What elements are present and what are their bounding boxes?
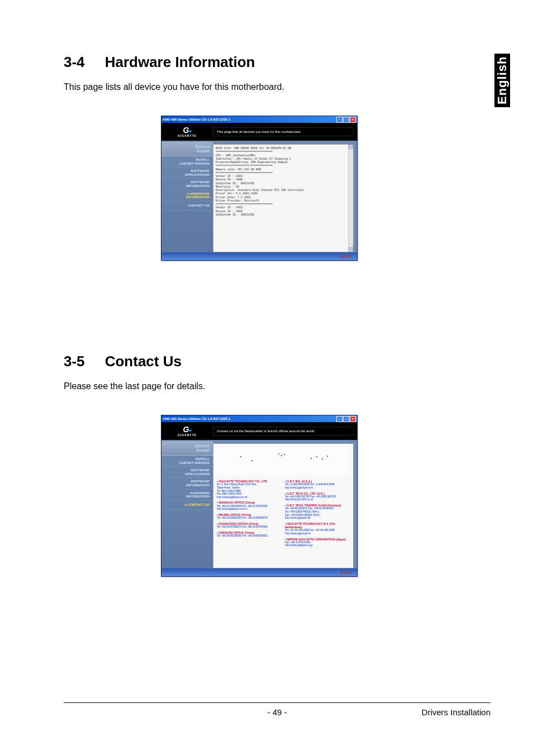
brand-logo: G▾ GIGABYTE <box>161 126 213 137</box>
window-footer: EXIT <box>161 252 357 260</box>
section-contact-us: 3-5 Contact Us Please see the last page … <box>64 353 455 577</box>
brand-text: GIGABYTE <box>178 433 197 437</box>
xpress-line2: Install <box>197 448 210 452</box>
contact-name: • GIGA-BYTE TECHNOLOGY B.V. (The Netherl… <box>285 522 350 529</box>
banner-bar: G▾ GIGABYTE Contact us via the headquart… <box>161 422 357 440</box>
page-footer: - 49 - Drivers Installation <box>64 707 491 717</box>
scrollbar[interactable]: ▴ ▾ <box>348 145 353 252</box>
section-title: Contact Us <box>105 353 182 370</box>
section-number: 3-4 <box>64 54 85 70</box>
sidebar-item-install-chipset-drivers[interactable]: INSTALL CHIPSET DRIVERS <box>161 456 213 467</box>
section-heading-3-5: 3-5 Contact Us <box>64 353 455 370</box>
xpress-line2: Install <box>197 149 210 153</box>
maximize-icon[interactable]: □ <box>343 416 349 422</box>
sidebar-item-software-information[interactable]: SOFTWARE INFORMATION <box>161 478 213 489</box>
sidebar-item-xpress-install[interactable]: Xpress Install <box>161 142 213 156</box>
sidebar-item-software-information[interactable]: SOFTWARE INFORMATION <box>161 179 213 190</box>
banner-message: Contact us via the headquarter or branch… <box>213 427 354 436</box>
logo-g-icon: G▾ <box>183 425 192 433</box>
sidebar-item-contact-us[interactable]: ▸ CONTACT US <box>161 501 213 510</box>
contact-line: http://www.giga-byte.nl <box>285 532 350 535</box>
window-body: Xpress Install INSTALL CHIPSET DRIVERS S… <box>161 141 357 252</box>
contact-content: • GIGA-BYTE TECHNOLOGY CO., LTD.No. 6, B… <box>213 443 354 568</box>
contact-line: http://www.giga-byte.com <box>285 486 350 490</box>
contact-entry: • GIGA-BYTE TECHNOLOGY B.V. (The Netherl… <box>285 522 350 535</box>
window-title: AMD 690 Series Utilities CD 1.0 B07.0202… <box>163 417 230 420</box>
sidebar-item-contact-us[interactable]: CONTACT US <box>161 202 213 210</box>
language-tab: English <box>494 54 510 107</box>
scroll-up-icon[interactable]: ▴ <box>349 145 353 149</box>
sidebar-item-software-applications[interactable]: SOFTWARE APPLICATIONS <box>161 168 213 179</box>
close-icon[interactable]: × <box>350 416 356 422</box>
contact-line: http://www.gigabyte.com.cn <box>217 508 282 511</box>
sidebar-item-hardware-information[interactable]: HARDWARE INFORMATION <box>161 490 213 501</box>
section2-body: Please see the last page for details. <box>64 381 455 391</box>
brand-text: GIGABYTE <box>178 134 197 137</box>
contact-line: http://www.gigabyte.com.tw <box>217 496 282 499</box>
contact-line: Tel: +86-28-85236930 Fax: +86-28-8525682… <box>217 534 282 538</box>
contact-entry: • SHANGHAI OFFICE (China)Tel: +86-21-634… <box>217 501 282 511</box>
contact-name: • NIPPON GIGA-BYTE CORPORATION (Japan) <box>285 538 350 541</box>
world-map <box>213 444 349 475</box>
contact-entry: • G.B.T. TECH. TRADING GmbH (Germany)Tel… <box>285 504 350 520</box>
scroll-down-icon[interactable]: ▾ <box>349 247 353 252</box>
sidebar-item-install-chipset-drivers[interactable]: INSTALL CHIPSET DRIVERS <box>161 156 213 168</box>
page-number: - 49 - <box>64 707 491 717</box>
footer-divider <box>64 702 491 703</box>
maximize-icon[interactable]: □ <box>343 117 349 123</box>
section-hardware-information: 3-4 Hardware Information This page lists… <box>64 54 455 261</box>
contact-line: Tel: +86-10-82856054 Fax: +86-10-8285657… <box>217 516 282 520</box>
contact-entry: • G.B.T. INC. (U.S.A.)Tel: +1-626-854-93… <box>285 480 350 490</box>
contact-entry: • CHENGDU OFFICE (China)Tel: +86-28-8523… <box>217 531 282 538</box>
window-title: AMD 690 Series Utilities CD 1.0 B07.0202… <box>163 118 230 121</box>
contact-line: http://www.gbt-tech.co.uk <box>285 498 350 501</box>
window-titlebar[interactable]: AMD 690 Series Utilities CD 1.0 B07.0202… <box>161 415 357 422</box>
brand-logo: G▾ GIGABYTE <box>161 425 213 437</box>
sidebar-item-software-applications[interactable]: SOFTWARE APPLICATIONS <box>161 467 213 478</box>
section1-body: This page lists all device you have for … <box>64 82 455 92</box>
window-titlebar[interactable]: AMD 690 Series Utilities CD 1.0 B07.0202… <box>161 116 357 123</box>
hardware-info-content: ▴ ▾ BIOS Info: AMD RS690 BIOS for GA-MA6… <box>213 144 354 252</box>
contact-entry: • GIGA-BYTE TECHNOLOGY CO., LTD.No. 6, B… <box>217 480 282 499</box>
logo-g-icon: G▾ <box>183 126 192 134</box>
window-footer: EXIT <box>161 568 357 576</box>
sidebar-item-hardware-information[interactable]: ▸ HARDWARE INFORMATION <box>161 190 213 202</box>
sidebar-nav: Xpress Install INSTALL CHIPSET DRIVERS S… <box>161 440 213 568</box>
exit-button[interactable]: EXIT <box>340 254 353 259</box>
minimize-icon[interactable]: – <box>336 416 342 422</box>
banner-message: This page lists all devices you have for… <box>213 127 354 136</box>
window-body: Xpress Install INSTALL CHIPSET DRIVERS S… <box>161 440 357 568</box>
contact-line: http://www.gigabyte.de <box>285 516 350 520</box>
hw-info-line: SubSystem ID : A0021458 <box>216 213 345 217</box>
contact-entry: • BEIJING OFFICE (China)Tel: +86-10-8285… <box>217 513 282 520</box>
close-icon[interactable]: × <box>350 117 356 123</box>
section-number: 3-5 <box>64 353 85 370</box>
sidebar-nav: Xpress Install INSTALL CHIPSET DRIVERS S… <box>161 141 213 252</box>
contact-entry: • G.B.T. TECH CO., LTD. (U.K.)Tel: +44-1… <box>285 492 350 502</box>
exit-button[interactable]: EXIT <box>340 570 353 575</box>
sidebar-item-xpress-install[interactable]: Xpress Install <box>161 441 213 456</box>
contact-entry: • GUANGZHOU OFFICE (China)Tel: +86-20-87… <box>217 522 282 529</box>
banner-bar: G▾ GIGABYTE This page lists all devices … <box>161 123 357 141</box>
section-title: Hardware Information <box>105 54 255 70</box>
contact-line: http://www.gigabyte.co.jp <box>285 544 350 547</box>
utilities-window-hardware-info: AMD 690 Series Utilities CD 1.0 B07.0202… <box>161 116 358 261</box>
section-heading-3-4: 3-4 Hardware Information <box>64 54 455 71</box>
contact-entry: • NIPPON GIGA-BYTE CORPORATION (Japan)Fa… <box>285 538 350 548</box>
minimize-icon[interactable]: – <box>336 117 342 123</box>
contact-line: Tel: +86-20-87586375 Fax: +86-20-8754430… <box>217 525 282 529</box>
utilities-window-contact-us: AMD 690 Series Utilities CD 1.0 B07.0202… <box>161 415 358 577</box>
